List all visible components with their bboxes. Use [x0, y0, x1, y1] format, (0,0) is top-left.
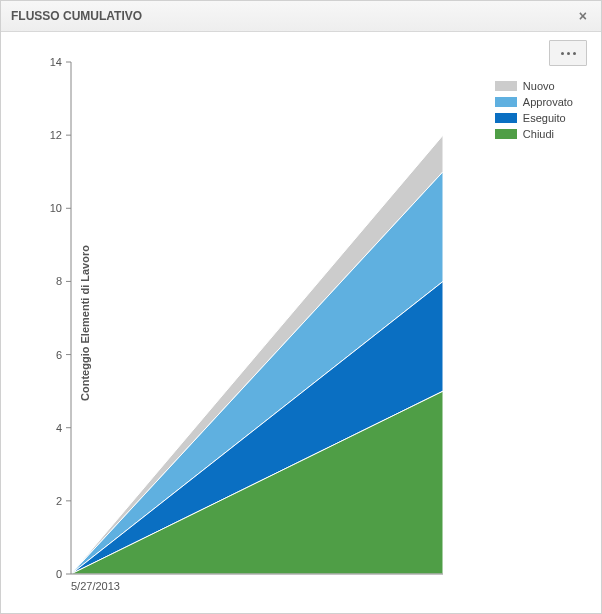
y-axis-label: Conteggio Elementi di Lavoro	[79, 245, 91, 401]
legend-label: Chiudi	[523, 128, 554, 140]
y-tick-label: 2	[56, 495, 62, 507]
y-tick-label: 0	[56, 568, 62, 580]
legend-swatch	[495, 97, 517, 107]
legend: NuovoApprovatoEseguitoChiudi	[495, 78, 573, 142]
panel: FLUSSO CUMULATIVO × Conteggio Elementi d…	[0, 0, 602, 614]
y-tick-label: 6	[56, 349, 62, 361]
panel-header: FLUSSO CUMULATIVO ×	[1, 1, 601, 32]
legend-label: Approvato	[523, 96, 573, 108]
legend-label: Eseguito	[523, 112, 566, 124]
panel-body: Conteggio Elementi di Lavoro 02468101214…	[1, 32, 601, 614]
close-icon[interactable]: ×	[575, 1, 591, 31]
y-tick-label: 4	[56, 422, 62, 434]
legend-item: Nuovo	[495, 78, 573, 94]
legend-item: Chiudi	[495, 126, 573, 142]
chart-area: Conteggio Elementi di Lavoro 02468101214…	[1, 32, 601, 614]
y-tick-label: 14	[50, 56, 62, 68]
legend-swatch	[495, 113, 517, 123]
y-tick-label: 10	[50, 202, 62, 214]
panel-title: FLUSSO CUMULATIVO	[11, 1, 142, 31]
legend-item: Eseguito	[495, 110, 573, 126]
y-tick-label: 12	[50, 129, 62, 141]
legend-label: Nuovo	[523, 80, 555, 92]
legend-swatch	[495, 129, 517, 139]
legend-swatch	[495, 81, 517, 91]
x-tick-label: 5/27/2013	[71, 580, 120, 592]
y-tick-label: 8	[56, 275, 62, 287]
legend-item: Approvato	[495, 94, 573, 110]
